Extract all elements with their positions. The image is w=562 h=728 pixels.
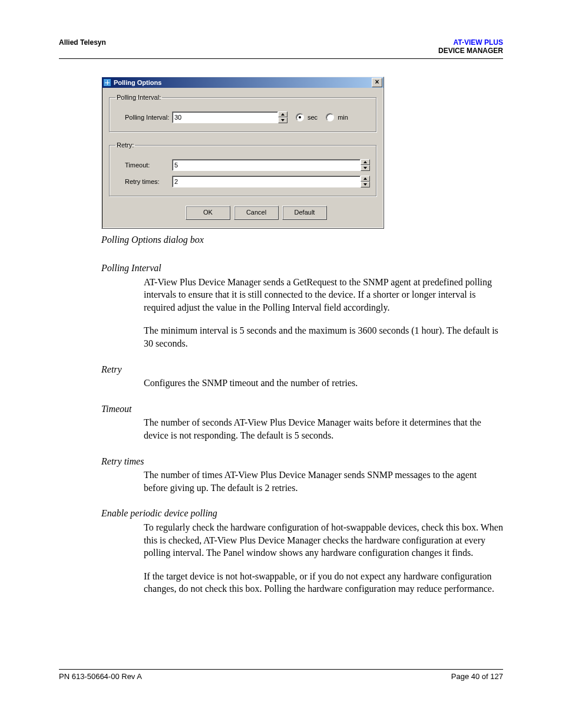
polling-interval-spinner <box>172 111 287 123</box>
dialog-title: Polling Options <box>114 79 372 86</box>
retry-legend: Retry: <box>115 141 135 149</box>
radio-dot-icon <box>299 116 301 118</box>
heading-polling-interval: Polling Interval <box>101 262 503 275</box>
retry-times-row: Retry times: <box>115 176 370 187</box>
retry-times-label: Retry times: <box>115 178 172 185</box>
cancel-button[interactable]: Cancel <box>234 206 279 220</box>
radio-sec-label: sec <box>308 114 318 121</box>
radio-min[interactable] <box>326 113 334 121</box>
timeout-label: Timeout: <box>115 162 172 169</box>
heading-retry: Retry <box>101 363 503 376</box>
paragraph: If the target device is not hot-swappabl… <box>144 570 503 595</box>
polling-interval-label: Polling Interval: <box>115 114 172 121</box>
arrow-down-icon <box>363 183 367 186</box>
retry-times-spinner <box>172 176 370 187</box>
retry-times-input[interactable] <box>172 176 361 187</box>
arrow-up-icon <box>281 113 285 116</box>
header-rule <box>59 58 503 59</box>
polling-interval-input[interactable] <box>172 111 278 123</box>
retry-times-spin-buttons <box>361 176 370 187</box>
page-header: Allied Telesyn AT-VIEW PLUS DEVICE MANAG… <box>59 38 503 55</box>
def-retry-times: The number of times AT-View Plus Device … <box>144 469 503 494</box>
def-retry: Configures the SNMP timeout and the numb… <box>144 377 503 390</box>
paragraph: The number of times AT-View Plus Device … <box>144 469 503 494</box>
timeout-spinner <box>172 159 370 171</box>
footer-right: Page 40 of 127 <box>451 672 503 681</box>
header-section: DEVICE MANAGER <box>438 47 503 55</box>
timeout-input[interactable] <box>172 159 361 171</box>
polling-interval-spin-buttons <box>278 111 287 123</box>
page-footer: PN 613-50664-00 Rev A Page 40 of 127 <box>59 664 503 681</box>
radio-sec[interactable] <box>296 113 304 121</box>
spin-up-button[interactable] <box>278 111 287 117</box>
dialog-figure: Polling Options × Polling Interval: Poll… <box>101 77 503 229</box>
spin-down-button[interactable] <box>361 165 370 171</box>
arrow-up-icon <box>363 161 367 163</box>
radio-min-label: min <box>338 114 348 121</box>
dialog-titlebar[interactable]: Polling Options × <box>102 77 384 88</box>
arrow-down-icon <box>281 119 285 121</box>
polling-interval-group: Polling Interval: Polling Interval: <box>109 94 376 132</box>
paragraph: AT-View Plus Device Manager sends a GetR… <box>144 276 503 314</box>
paragraph: The minimum interval is 5 seconds and th… <box>144 324 503 350</box>
paragraph: The number of seconds AT-View Plus Devic… <box>144 416 503 442</box>
retry-group: Retry: Timeout: Retry times: <box>109 141 376 196</box>
app-icon <box>103 78 111 87</box>
dialog-body: Polling Interval: Polling Interval: <box>102 88 384 228</box>
document-page: Allied Telesyn AT-VIEW PLUS DEVICE MANAG… <box>0 0 562 728</box>
header-right: AT-VIEW PLUS DEVICE MANAGER <box>438 38 503 55</box>
close-icon: × <box>375 78 379 86</box>
def-polling-interval: AT-View Plus Device Manager sends a GetR… <box>144 276 503 350</box>
default-button[interactable]: Default <box>282 206 327 220</box>
header-left: Allied Telesyn <box>59 38 106 55</box>
def-timeout: The number of seconds AT-View Plus Devic… <box>144 416 503 442</box>
spin-down-button[interactable] <box>361 182 370 187</box>
dialog-button-row: OK Cancel Default <box>186 206 376 220</box>
figure-caption: Polling Options dialog box <box>101 235 503 245</box>
ok-button[interactable]: OK <box>186 206 230 220</box>
close-button[interactable]: × <box>372 78 382 87</box>
arrow-down-icon <box>363 167 367 169</box>
def-enable-polling: To regularly check the hardware configur… <box>144 521 503 595</box>
spin-down-button[interactable] <box>278 117 287 123</box>
spin-up-button[interactable] <box>361 176 370 182</box>
polling-interval-row: Polling Interval: sec <box>115 111 370 123</box>
polling-interval-legend: Polling Interval: <box>115 94 162 101</box>
timeout-row: Timeout: <box>115 159 370 171</box>
body-content: Polling Interval AT-View Plus Device Man… <box>101 262 503 595</box>
arrow-up-icon <box>363 177 367 180</box>
timeout-spin-buttons <box>361 159 370 171</box>
spin-up-button[interactable] <box>361 159 370 165</box>
header-product: AT-VIEW PLUS <box>454 38 503 47</box>
paragraph: Configures the SNMP timeout and the numb… <box>144 377 503 390</box>
paragraph: To regularly check the hardware configur… <box>144 521 503 559</box>
heading-retry-times: Retry times <box>101 455 503 468</box>
heading-timeout: Timeout <box>101 403 503 416</box>
unit-radio-group: sec min <box>296 113 348 121</box>
footer-left: PN 613-50664-00 Rev A <box>59 672 142 681</box>
footer-rule <box>59 669 503 670</box>
heading-enable-polling: Enable periodic device polling <box>101 507 503 520</box>
polling-options-dialog: Polling Options × Polling Interval: Poll… <box>101 77 384 229</box>
